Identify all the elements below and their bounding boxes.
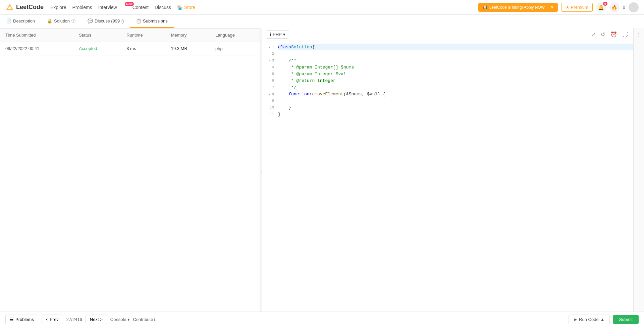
submissions-area: Time Submitted Status Runtime Memory Lan… — [0, 28, 260, 312]
code-line-8: function removeElement(&$nums, $val) { — [278, 91, 633, 97]
line-num-10: 10 — [262, 104, 277, 111]
right-panel: ℹ PHP ▾ ⤢ ↺ ⏰ ⛶ •1 2 •3 4 5 6 7 •8 9 — [262, 28, 633, 312]
run-code-button[interactable]: ► Run Code ▲ — [569, 315, 610, 324]
refresh-icon[interactable]: ↺ — [599, 31, 606, 38]
code-line-9 — [278, 97, 633, 104]
submissions-icon: 📋 — [136, 18, 141, 24]
avatar[interactable] — [629, 2, 639, 12]
problem-counter: 27/2416 — [66, 317, 82, 322]
main-content: Time Submitted Status Runtime Memory Lan… — [0, 28, 644, 312]
description-icon: 📄 — [6, 18, 11, 24]
list-icon: ☰ — [10, 317, 14, 322]
bell-icon: 🔔 — [598, 5, 604, 10]
top-nav: LeetCode Explore Problems Interview New … — [0, 0, 644, 15]
contribute-info-icon: ℹ — [154, 317, 156, 322]
coins-display[interactable]: 🔥 — [609, 2, 620, 12]
discuss-icon: 💬 — [88, 18, 93, 24]
nav-discuss[interactable]: Discuss — [155, 5, 171, 10]
problems-button[interactable]: ☰ Problems — [5, 315, 38, 324]
problem-tabs: 📄 Description 🔒 Solution ⓘ 💬 Discuss (99… — [0, 15, 644, 28]
coins-count: 0 — [623, 5, 625, 10]
hiring-banner[interactable]: 📢 LeetCode is hiring! Apply NOW. ✕ — [478, 3, 558, 12]
nav-links: Explore Problems Interview New Contest D… — [50, 5, 195, 10]
nav-store[interactable]: 🏪 Store — [177, 5, 195, 10]
line-num-3: •3 — [262, 57, 277, 64]
col-runtime: Runtime — [121, 29, 165, 42]
prev-button[interactable]: < Prev — [42, 315, 63, 324]
code-line-4: * @param Integer[] $nums — [278, 64, 633, 71]
code-line-6: * @return Integer — [278, 77, 633, 84]
cell-status[interactable]: Accepted — [73, 42, 121, 55]
cell-time: 09/22/2022 00:41 — [0, 42, 73, 55]
star-icon: ★ — [566, 5, 570, 10]
line-num-4: 4 — [262, 64, 277, 71]
cell-runtime: 3 ms — [121, 42, 165, 55]
nav-problems[interactable]: Problems — [72, 5, 92, 10]
next-button[interactable]: Next > — [86, 315, 107, 324]
sidebar-expand-icon[interactable]: ⟩ — [637, 31, 641, 39]
left-panel: Time Submitted Status Runtime Memory Lan… — [0, 28, 260, 312]
nav-interview[interactable]: Interview New — [98, 5, 126, 10]
line-num-8: •8 — [262, 91, 277, 97]
code-line-3: /** — [278, 57, 633, 64]
col-memory: Memory — [166, 29, 210, 42]
editor-icons: ⤢ ↺ ⏰ ⛶ — [590, 31, 629, 38]
nav-explore[interactable]: Explore — [50, 5, 66, 10]
clock-icon[interactable]: ⏰ — [609, 31, 619, 38]
right-sidebar: ⟩ — [633, 28, 644, 312]
notif-badge: 5 — [603, 2, 607, 6]
line-num-2: 2 — [262, 50, 277, 57]
code-line-2 — [278, 50, 633, 57]
console-button[interactable]: Console ▾ — [110, 317, 130, 322]
chevron-down-icon: ▾ — [283, 32, 285, 37]
cell-language: php — [210, 42, 260, 55]
nav-right: 📢 LeetCode is hiring! Apply NOW. ✕ ★ Pre… — [478, 2, 639, 12]
fullscreen-icon[interactable]: ⛶ — [621, 31, 629, 38]
nav-contest[interactable]: Contest — [132, 5, 149, 10]
code-line-5: * @param Integer $val — [278, 71, 633, 77]
fire-icon: 🔥 — [611, 5, 617, 10]
expand-icon[interactable]: ⤢ — [590, 31, 597, 38]
col-time-submitted: Time Submitted — [0, 29, 73, 42]
hiring-close-icon[interactable]: ✕ — [550, 5, 554, 10]
code-line-11: } — [278, 111, 633, 118]
lock-icon: 🔒 — [47, 18, 52, 24]
premium-button[interactable]: ★ Premium — [561, 3, 593, 12]
line-num-9: 9 — [262, 97, 277, 104]
line-numbers: •1 2 •3 4 5 6 7 •8 9 10 11 — [262, 41, 277, 312]
submissions-table: Time Submitted Status Runtime Memory Lan… — [0, 28, 260, 55]
editor-toolbar: ℹ PHP ▾ ⤢ ↺ ⏰ ⛶ — [262, 28, 633, 41]
code-line-10: } — [278, 104, 633, 111]
code-editor[interactable]: •1 2 •3 4 5 6 7 •8 9 10 11 class Solutio… — [262, 41, 633, 312]
tab-description[interactable]: 📄 Description — [0, 15, 41, 28]
submit-button[interactable]: Submit — [613, 315, 639, 324]
bottom-bar: ☰ Problems < Prev 27/2416 Next > Console… — [0, 312, 644, 327]
tab-submissions[interactable]: 📋 Submissions — [130, 15, 174, 28]
line-num-6: 6 — [262, 77, 277, 84]
code-lines: class Solution { /** * @param Integer[] … — [277, 41, 633, 312]
line-num-7: 7 — [262, 84, 277, 91]
col-status: Status — [73, 29, 121, 42]
table-row: 09/22/2022 00:41 Accepted 3 ms 19.3 MB p… — [0, 42, 260, 55]
cell-memory: 19.3 MB — [166, 42, 210, 55]
logo[interactable]: LeetCode — [5, 3, 44, 12]
php-icon: ℹ — [270, 32, 271, 37]
col-language: Language — [210, 29, 260, 42]
notifications-button[interactable]: 🔔 5 — [596, 2, 606, 12]
chevron-up-icon-run: ▲ — [600, 317, 605, 322]
code-line-1: class Solution { — [278, 44, 633, 50]
tab-discuss[interactable]: 💬 Discuss (999+) — [82, 15, 130, 28]
tab-solution[interactable]: 🔒 Solution ⓘ — [41, 15, 82, 28]
line-num-5: 5 — [262, 71, 277, 77]
code-line-7: */ — [278, 84, 633, 91]
contribute-button[interactable]: Contribute ℹ — [133, 317, 156, 322]
line-num-1: •1 — [262, 44, 277, 50]
line-num-11: 11 — [262, 111, 277, 118]
chevron-up-icon: ▾ — [127, 317, 130, 322]
language-selector[interactable]: ℹ PHP ▾ — [266, 30, 289, 39]
